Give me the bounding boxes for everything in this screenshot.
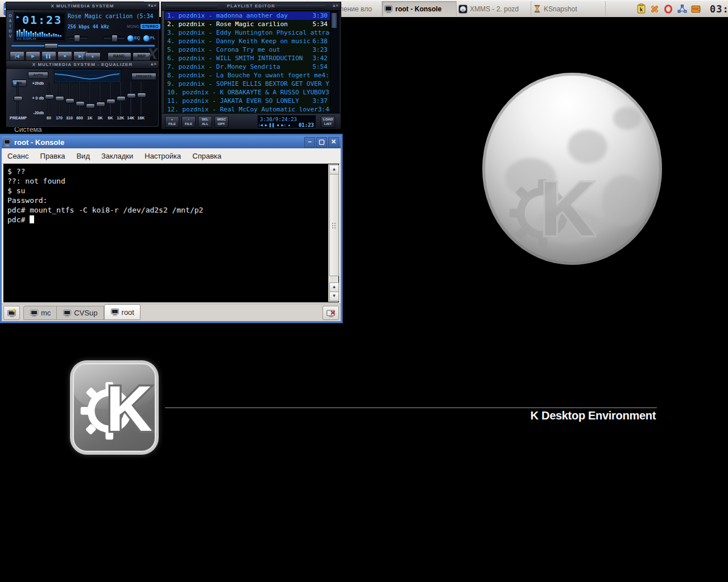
taskbar-button[interactable]: KSnapshot — [531, 1, 606, 16]
eq-band-handle[interactable] — [65, 98, 75, 103]
equalizer-titlebar[interactable]: X MULTIMEDIA SYSTEM - EQUALIZER ▴× — [6, 61, 159, 69]
seek-bar[interactable] — [11, 44, 155, 47]
clutterbar-letter[interactable]: I — [8, 23, 13, 28]
volume-slider[interactable] — [68, 36, 88, 40]
xmms-clutterbar[interactable]: OAIDV — [8, 13, 13, 39]
new-session-button[interactable] — [3, 306, 20, 320]
playlist-close-icon[interactable]: × — [336, 3, 339, 8]
xmms-lcd-panel[interactable]: ▶ 01:23 VIZ DISPLAY — [14, 12, 66, 41]
menu-item-вид[interactable]: Вид — [71, 152, 96, 160]
scroll-up2-icon[interactable]: ▲ — [329, 282, 339, 292]
eq-band-track[interactable] — [140, 82, 142, 115]
tray-network[interactable] — [676, 3, 688, 15]
eq-preamp-slider[interactable]: PREAMP — [12, 82, 26, 123]
spectrum-analyzer[interactable] — [16, 28, 63, 37]
menu-item-закладки[interactable]: Закладки — [96, 152, 139, 160]
playlist-toggle-button[interactable] — [143, 35, 150, 42]
preamp-handle[interactable] — [14, 96, 23, 101]
clutterbar-letter[interactable]: D — [8, 28, 13, 34]
seek-handle[interactable] — [44, 43, 58, 49]
eq-band-slider[interactable]: 14K — [125, 82, 136, 123]
eq-band-slider[interactable]: 12K — [115, 82, 126, 123]
menu-item-сеанс[interactable]: Сеанс — [2, 152, 35, 160]
session-tab-root[interactable]: root — [104, 304, 140, 320]
eq-band-handle[interactable] — [137, 93, 146, 98]
mini-transport-controls[interactable]: |◀ ▶ ▌▌ ■ ▶| ▲ — [259, 123, 291, 127]
eq-band-slider[interactable]: 600 — [74, 82, 85, 123]
track-title-display[interactable]: Rose Magic carilion (5:34 — [68, 13, 158, 19]
taskbar-button[interactable]: root - Konsole — [382, 1, 457, 16]
misc-options-button[interactable]: MISCOPT. — [214, 116, 229, 128]
balance-slider[interactable] — [103, 36, 126, 40]
eq-band-track[interactable] — [109, 82, 111, 115]
clutterbar-letter[interactable]: V — [8, 34, 13, 39]
playlist-scroll-thumb[interactable] — [331, 13, 337, 28]
menu-item-справка[interactable]: Справка — [187, 152, 227, 160]
playlist-scrollbar[interactable] — [330, 11, 338, 114]
eq-band-track[interactable] — [78, 82, 81, 115]
session-tab-CVSup[interactable]: CVSup — [57, 306, 104, 320]
eq-band-slider[interactable]: 3K — [94, 82, 106, 123]
load-list-button[interactable]: LOADLIST — [321, 116, 335, 128]
playlist-track[interactable]: 6. pozdnix - WILL SMITH INTRODUCTION3:42 — [165, 54, 330, 63]
close-button[interactable]: ✕ — [328, 137, 339, 148]
eq-band-handle[interactable] — [55, 96, 64, 101]
playlist-track[interactable]: 8. pozdnix - La Bouche Yo uwant fogert m… — [165, 71, 330, 80]
eq-band-handle[interactable] — [106, 99, 115, 104]
equalizer-toggle-button[interactable] — [127, 35, 134, 42]
maximize-button[interactable]: ▢ — [316, 137, 327, 148]
scroll-up-icon[interactable]: ▲ — [329, 165, 339, 174]
clutterbar-letter[interactable]: O — [8, 13, 13, 18]
playlist-track-list[interactable]: 1. pozdnix - madonna another day3:302. p… — [164, 11, 330, 114]
xmms-time-display[interactable]: 01:23 — [22, 13, 62, 27]
eq-band-slider[interactable]: 170 — [53, 82, 65, 123]
playlist-track[interactable]: 3. pozdnix - Eddy Huntington Physical at… — [165, 28, 330, 37]
scroll-thumb[interactable] — [329, 174, 339, 276]
playlist-track[interactable]: 10. pozdnix - K ORBAKAYTE & A RUSSO LYUB… — [165, 88, 330, 97]
eq-band-handle[interactable] — [86, 103, 95, 109]
panel-clock[interactable]: 03:05 — [710, 3, 728, 15]
select-all-button[interactable]: SELALL — [198, 116, 212, 128]
playlist-track[interactable]: 4. pozdnix - Danny Keith Keep on music6:… — [165, 37, 330, 45]
taskbar-button[interactable]: XMMS - 2. pozd — [457, 1, 531, 16]
playlist-track[interactable]: 5. pozdnix - Corona Try me out3:23 — [165, 45, 330, 54]
playlist-titlebar[interactable]: PLAYLIST EDITOR ▴× — [162, 2, 341, 11]
eq-band-slider[interactable]: 1K — [84, 82, 96, 123]
add-file-button[interactable]: +FILE — [165, 116, 179, 128]
konsole-titlebar[interactable]: root - Konsole – ▢ ✕ — [2, 136, 341, 148]
clutterbar-letter[interactable]: A — [8, 18, 13, 23]
terminal-area[interactable]: $ ????: not found$ suPassword:pdc# mount… — [3, 163, 340, 303]
playlist-track[interactable]: 2. pozdnix - Rose Magic carilion5:34 — [165, 20, 330, 28]
eq-band-handle[interactable] — [127, 93, 136, 98]
eq-band-handle[interactable] — [117, 96, 126, 101]
playlist-track[interactable]: 11. pozdnix - JAKATA EVER SO LONELY3:37 — [165, 97, 330, 105]
eq-band-track[interactable] — [89, 82, 91, 115]
volume-slider-handle[interactable] — [74, 35, 80, 42]
remove-file-button[interactable]: -FILE — [181, 116, 196, 128]
session-tab-mc[interactable]: mc — [23, 306, 57, 320]
eq-band-slider[interactable]: 16K — [135, 82, 147, 123]
xmms-titlebar[interactable]: X MULTIMEDIA SYSTEM ▾▴× — [6, 2, 159, 10]
menu-item-правка[interactable]: Правка — [35, 152, 71, 160]
eq-band-slider[interactable]: 60 — [43, 82, 55, 123]
playlist-track[interactable]: 7. pozdnix - Dr.Money Sendrita5:54 — [165, 63, 330, 71]
equalizer-close-icon[interactable]: × — [154, 61, 157, 66]
eq-presets-button[interactable]: PRESETS — [131, 73, 156, 80]
terminal-scrollbar[interactable]: ▲ ▲ ▼ — [328, 164, 338, 302]
xmms-close-icon[interactable]: × — [154, 3, 157, 8]
eq-band-handle[interactable] — [76, 101, 85, 106]
eq-band-track[interactable] — [130, 82, 132, 115]
eq-band-slider[interactable]: 6K — [105, 82, 116, 123]
tray-xchat[interactable] — [648, 3, 661, 15]
eq-band-slider[interactable]: 310 — [64, 82, 75, 123]
menu-item-настройка[interactable]: Настройка — [139, 152, 187, 160]
playlist-track[interactable]: 1. pozdnix - madonna another day3:30 — [165, 11, 330, 20]
playlist-track[interactable]: 12. pozdnix - Real McCoy Automatic lover… — [165, 105, 330, 114]
eject-button[interactable]: ▲ — [85, 52, 101, 61]
eq-band-track[interactable] — [99, 82, 101, 115]
balance-slider-handle[interactable] — [111, 35, 118, 42]
eq-auto-button[interactable]: AUTO — [28, 72, 48, 79]
scroll-down-icon[interactable]: ▼ — [329, 292, 339, 301]
close-session-button[interactable] — [322, 306, 339, 320]
minimize-button[interactable]: – — [304, 137, 315, 148]
